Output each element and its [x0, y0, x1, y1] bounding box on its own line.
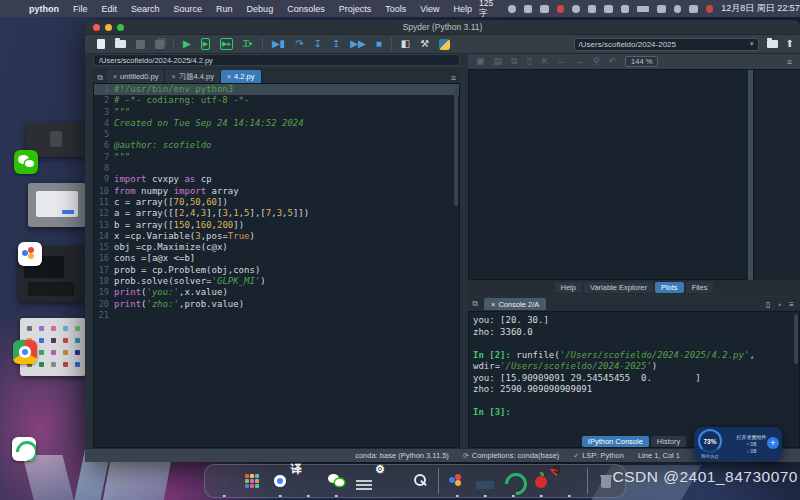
- save-all-icon[interactable]: [155, 40, 164, 49]
- chrome-badge-icon[interactable]: [13, 340, 37, 364]
- dock-item-wechat[interactable]: [324, 469, 348, 493]
- new-file-icon[interactable]: [97, 39, 105, 49]
- menu-item-projects[interactable]: Projects: [332, 4, 379, 14]
- dock-item-finder[interactable]: [212, 469, 236, 493]
- code-line[interactable]: 14x =cp.Variable(3,pos=True): [94, 231, 459, 242]
- menu-item-run[interactable]: Run: [209, 4, 240, 14]
- editor-tab[interactable]: ×习题4.4.py: [165, 70, 221, 83]
- browse-consoles-icon[interactable]: ⧉: [468, 299, 482, 309]
- code-line[interactable]: 10from numpy import array: [94, 186, 459, 197]
- plots-save-all-icon[interactable]: ▤: [494, 57, 503, 66]
- code-line[interactable]: 3""": [94, 107, 459, 118]
- next-plot-icon[interactable]: →: [575, 57, 584, 66]
- plots-remove-icon[interactable]: ▯: [526, 57, 531, 66]
- zoom-in-icon[interactable]: ⚲: [593, 57, 600, 66]
- wechat-badge-icon[interactable]: [14, 150, 38, 174]
- shapes-icon[interactable]: [572, 5, 580, 13]
- circles-app-badge-icon[interactable]: [18, 242, 42, 266]
- code-line[interactable]: 18prob.solve(solver='GLPK_MI'): [94, 276, 459, 287]
- tab-ipython-console[interactable]: IPython Console: [582, 436, 649, 447]
- menu-item-debug[interactable]: Debug: [240, 4, 281, 14]
- camera-icon[interactable]: [604, 5, 612, 13]
- tab-help[interactable]: Help: [555, 282, 582, 293]
- browse-directory-icon[interactable]: [767, 40, 778, 48]
- code-line[interactable]: 6@author: scofieldo: [94, 140, 459, 151]
- stage-manager-icon[interactable]: [588, 5, 596, 13]
- dock-item-photos[interactable]: [473, 469, 497, 493]
- run-cell-advance-icon[interactable]: ▶▸: [220, 38, 233, 50]
- menu-item-tools[interactable]: Tools: [378, 4, 413, 14]
- code-line[interactable]: 8: [94, 163, 459, 174]
- inspect-icon[interactable]: ▯: [766, 300, 770, 309]
- code-line[interactable]: 5: [94, 129, 459, 140]
- menu-item-help[interactable]: Help: [447, 4, 480, 14]
- plots-close-icon[interactable]: ✕: [540, 57, 548, 66]
- code-line[interactable]: 15obj =cp.Maximize(c@x): [94, 242, 459, 253]
- code-line[interactable]: 17prob = cp.Problem(obj,cons): [94, 265, 459, 276]
- dock-item-translate[interactable]: 译: [296, 469, 320, 493]
- menu-item-view[interactable]: View: [413, 4, 446, 14]
- plots-zoom-level[interactable]: 144 %: [625, 56, 658, 67]
- memory-gauge[interactable]: 73%: [698, 429, 722, 453]
- run-cell-icon[interactable]: ▶: [201, 38, 210, 50]
- console-options-menu-icon[interactable]: ≡: [789, 300, 794, 309]
- plots-copy-icon[interactable]: ⧉: [511, 57, 517, 66]
- dock-item-green-ring[interactable]: [501, 469, 525, 493]
- step-over-icon[interactable]: ↷: [295, 39, 303, 49]
- previous-plot-icon[interactable]: ←: [557, 57, 566, 66]
- record-icon[interactable]: [557, 5, 565, 13]
- code-line[interactable]: 9import cvxpy as cp: [94, 174, 459, 185]
- editor-tab[interactable]: ×4.2.py: [221, 70, 262, 83]
- editor-options-menu-icon[interactable]: ≡: [451, 73, 460, 83]
- code-line[interactable]: 4Created on Tue Sep 24 14:14:52 2024: [94, 118, 459, 129]
- tab-history[interactable]: History: [651, 436, 686, 447]
- code-line[interactable]: 1#!/usr/bin/env python3: [94, 84, 459, 95]
- close-icon[interactable]: ×: [227, 73, 231, 80]
- keyboard-icon[interactable]: [540, 5, 548, 13]
- battery-icon[interactable]: [637, 6, 649, 12]
- tab-variable-explorer[interactable]: Variable Explorer: [584, 282, 653, 293]
- add-widget-button[interactable]: +: [767, 437, 779, 449]
- menu-clock[interactable]: 12月8日 周日 22:57: [721, 2, 800, 15]
- console-scrollbar[interactable]: [794, 314, 798, 364]
- menu-app-name[interactable]: python: [22, 4, 66, 14]
- dock-item-settings[interactable]: ⚙: [380, 469, 404, 493]
- dock-item-s-app[interactable]: S: [557, 469, 581, 493]
- search-icon[interactable]: [674, 5, 682, 13]
- plots-options-menu-icon[interactable]: ≡: [787, 57, 792, 67]
- step-into-icon[interactable]: ↧: [314, 39, 322, 49]
- run-file-icon[interactable]: ▶: [183, 39, 191, 49]
- memory-widget[interactable]: 73% 释放内存 打开桌面组件 ↑ 0B ↓ 0B +: [694, 427, 782, 461]
- window-thumbnail[interactable]: [28, 183, 86, 227]
- code-line[interactable]: 21: [94, 310, 459, 321]
- close-icon[interactable]: ×: [113, 73, 117, 80]
- dock-item-notes[interactable]: [352, 469, 376, 493]
- browse-tabs-icon[interactable]: ⧉: [93, 73, 107, 83]
- dock-item-chrome[interactable]: [268, 469, 292, 493]
- tab-plots[interactable]: Plots: [655, 282, 684, 293]
- open-file-icon[interactable]: [115, 40, 126, 48]
- code-editor[interactable]: 1#!/usr/bin/env python32# -*- codiarng: …: [93, 83, 460, 448]
- code-line[interactable]: 13b = array([150,160,200]): [94, 220, 459, 231]
- code-line[interactable]: 16cons =[a@x <=b]: [94, 253, 459, 264]
- stop-debugging-icon[interactable]: ■: [376, 39, 382, 49]
- window-titlebar[interactable]: Spyder (Python 3.11): [85, 20, 800, 35]
- tab-files[interactable]: Files: [686, 282, 714, 293]
- wifi-icon[interactable]: [657, 5, 665, 13]
- zoom-out-icon[interactable]: ↶: [609, 57, 617, 66]
- continue-execution-icon[interactable]: ▶▶: [350, 39, 365, 49]
- menu-item-edit[interactable]: Edit: [95, 4, 125, 14]
- dock-item-launchpad[interactable]: [240, 469, 264, 493]
- python-env-icon[interactable]: [439, 39, 450, 50]
- code-line[interactable]: 19print('you:',x.value): [94, 287, 459, 298]
- dock-item-app-circles[interactable]: [445, 469, 469, 493]
- menu-item-consoles[interactable]: Consoles: [280, 4, 332, 14]
- working-directory-combo[interactable]: /Users/scofieldo/2024-2025▾: [574, 38, 759, 51]
- preferences-wrench-icon[interactable]: ⚒: [420, 39, 429, 49]
- parent-directory-icon[interactable]: ⬆: [786, 39, 794, 49]
- menu-item-search[interactable]: Search: [124, 4, 167, 14]
- screen-time-icon[interactable]: [508, 5, 516, 13]
- debug-file-icon[interactable]: ▶▮: [272, 39, 285, 49]
- display-icon[interactable]: [689, 5, 697, 13]
- editor-scrollbar[interactable]: [454, 86, 458, 206]
